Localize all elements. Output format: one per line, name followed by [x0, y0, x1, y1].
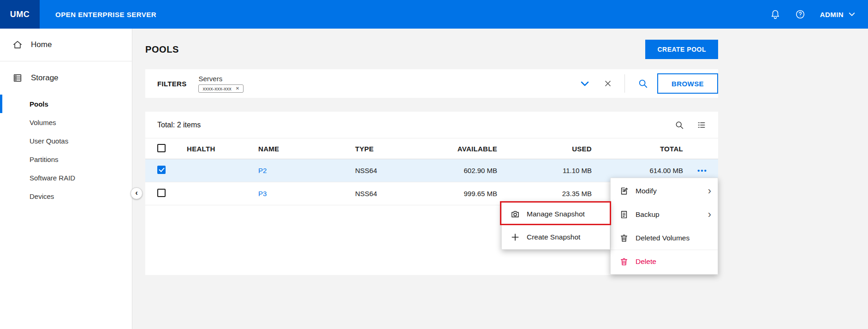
column-header-available: AVAILABLE	[412, 145, 500, 153]
servers-filter-field: Servers xxxx-xxx-xxx ✕	[198, 75, 244, 93]
topbar-actions: ADMIN	[770, 9, 868, 19]
storage-icon	[12, 73, 23, 83]
pool-total: 614.00 MB	[595, 167, 687, 174]
topbar: UMC OPEN ENTERPRISE SERVER ADMIN	[0, 0, 868, 29]
menu-item-manage-snapshot[interactable]: Manage Snapshot	[502, 203, 610, 226]
search-icon[interactable]	[638, 78, 648, 89]
list-view-icon[interactable]	[697, 120, 706, 130]
menu-item-label: Modify	[636, 187, 657, 195]
sidebar-item-label: Partitions	[30, 156, 59, 163]
pool-used: 23.35 MB	[500, 190, 595, 197]
menu-item-label: Create Snapshot	[527, 233, 580, 241]
product-title: OPEN ENTERPRISE SERVER	[55, 11, 156, 18]
page-header: POOLS CREATE POOL	[145, 40, 718, 59]
divider	[624, 74, 625, 93]
sidebar-item-storage[interactable]: Storage	[0, 61, 132, 95]
notifications-bell-icon[interactable]	[770, 9, 780, 19]
user-menu[interactable]: ADMIN	[820, 10, 856, 18]
column-header-health: HEALTH	[175, 145, 246, 153]
snapshot-submenu: Manage Snapshot Create Snapshot	[501, 202, 610, 250]
sidebar: Home Storage Pools Volumes User Quotas	[0, 29, 132, 329]
menu-item-deleted-volumes[interactable]: Deleted Volumes	[611, 226, 718, 250]
filters-actions: BROWSE	[579, 73, 718, 94]
column-header-used: USED	[500, 145, 595, 153]
chip-label: xxxx-xxx-xxx	[202, 86, 231, 91]
trash-icon	[619, 257, 629, 266]
pool-available: 999.65 MB	[412, 190, 500, 197]
pool-used: 11.10 MB	[500, 167, 595, 174]
camera-icon	[511, 209, 520, 219]
menu-item-create-snapshot[interactable]: Create Snapshot	[502, 226, 610, 249]
menu-item-delete[interactable]: Delete	[611, 250, 718, 273]
chevron-right-icon: ›	[708, 209, 711, 220]
sidebar-item-pools[interactable]: Pools	[0, 95, 132, 113]
sidebar-item-devices[interactable]: Devices	[0, 187, 132, 205]
sidebar-collapse-button[interactable]: ‹	[131, 187, 143, 199]
menu-item-label: Deleted Volumes	[636, 234, 690, 242]
backup-icon	[619, 210, 629, 219]
filters-bar: FILTERS Servers xxxx-xxx-xxx ✕	[145, 69, 718, 98]
column-header-total: TOTAL	[595, 145, 687, 153]
sidebar-item-label: Home	[31, 40, 52, 49]
pool-name-link[interactable]: P2	[258, 167, 267, 174]
menu-item-label: Manage Snapshot	[527, 210, 585, 218]
create-pool-button[interactable]: CREATE POOL	[645, 40, 718, 59]
pool-available: 602.90 MB	[412, 167, 500, 174]
pool-name-link[interactable]: P3	[258, 190, 267, 197]
browse-button[interactable]: BROWSE	[657, 73, 718, 94]
home-icon	[12, 40, 23, 50]
page-title: POOLS	[145, 44, 179, 55]
menu-item-modify[interactable]: Modify ›	[611, 179, 718, 203]
chevron-right-icon: ›	[708, 186, 711, 196]
sidebar-item-label: Pools	[30, 100, 48, 108]
sidebar-item-label: Software RAID	[30, 174, 75, 182]
table-header-row: HEALTH NAME TYPE AVAILABLE USED TOTAL	[145, 138, 718, 159]
umc-logo[interactable]: UMC	[0, 0, 40, 29]
sidebar-item-home[interactable]: Home	[0, 29, 132, 61]
menu-item-label: Delete	[636, 257, 656, 266]
menu-item-backup[interactable]: Backup ›	[611, 203, 718, 226]
sidebar-item-label: Devices	[30, 192, 54, 200]
menu-item-label: Backup	[636, 210, 660, 219]
table-search-icon[interactable]	[675, 120, 684, 130]
sidebar-item-partitions[interactable]: Partitions	[0, 150, 132, 168]
sidebar-item-volumes[interactable]: Volumes	[0, 113, 132, 132]
table-toolbar-icons	[675, 120, 706, 130]
column-header-name: NAME	[246, 145, 343, 153]
row-context-menu: Modify › Backup › Deleted Volumes	[610, 178, 718, 275]
row-checkbox[interactable]	[157, 166, 166, 174]
sidebar-item-user-quotas[interactable]: User Quotas	[0, 132, 132, 150]
sidebar-item-label: Volumes	[30, 119, 56, 126]
user-name: ADMIN	[820, 11, 844, 18]
row-actions-ellipsis[interactable]: •••	[687, 167, 718, 174]
main-content: POOLS CREATE POOL FILTERS Servers xxxx-x…	[132, 29, 868, 329]
servers-filter-label: Servers	[198, 75, 244, 83]
modify-icon	[619, 186, 629, 196]
plus-icon	[511, 233, 520, 242]
pool-type: NSS64	[343, 190, 412, 197]
sidebar-item-software-raid[interactable]: Software RAID	[0, 168, 132, 187]
chip-remove-icon[interactable]: ✕	[236, 86, 239, 91]
total-count: Total: 2 items	[157, 121, 201, 129]
row-checkbox[interactable]	[157, 189, 166, 197]
trash-icon	[619, 233, 629, 243]
chevron-down-icon	[848, 10, 856, 18]
storage-subnav: Pools Volumes User Quotas Partitions Sof…	[0, 95, 132, 205]
pool-type: NSS64	[343, 167, 412, 174]
server-filter-chip[interactable]: xxxx-xxx-xxx ✕	[198, 84, 244, 93]
column-header-type: TYPE	[343, 145, 412, 153]
filters-label: FILTERS	[157, 80, 186, 88]
help-icon[interactable]	[795, 9, 805, 19]
select-all-checkbox[interactable]	[157, 144, 166, 152]
sidebar-item-label: Storage	[31, 73, 59, 83]
expand-filters-chevron-icon[interactable]	[579, 78, 590, 89]
clear-filters-icon[interactable]	[603, 79, 612, 88]
sidebar-item-label: User Quotas	[30, 137, 68, 145]
table-toolbar: Total: 2 items	[145, 112, 718, 138]
